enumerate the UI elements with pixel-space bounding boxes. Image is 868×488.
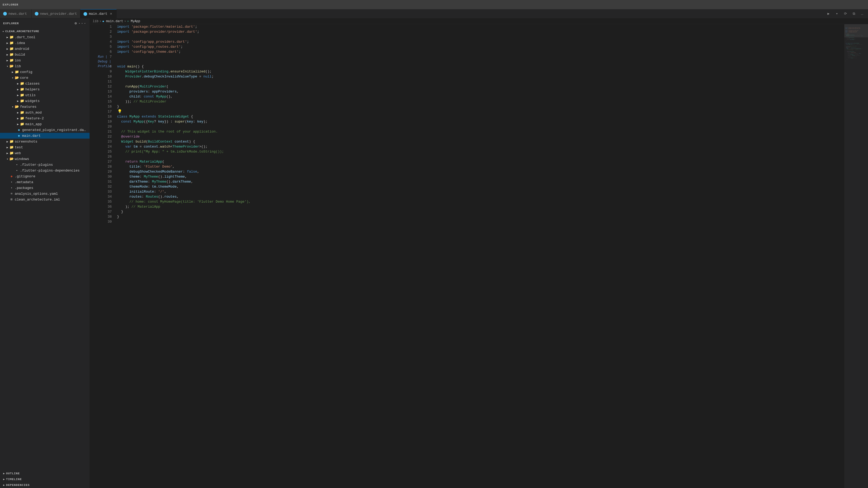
sidebar-item-clean-iml[interactable]: ▶ ⊞ clean_archetecture.iml [0, 197, 90, 202]
timeline-section[interactable]: ▶ TIMELINE [0, 477, 90, 482]
line-content-12: runApp(MultiProvider( [116, 84, 844, 89]
config-chevron: ▶ [10, 70, 15, 74]
line-number-38: 38 [90, 214, 116, 219]
lib-folder-icon: 📂 [9, 64, 14, 68]
sidebar-item-generated-plugin[interactable]: ▶ ◆ generated_plugin_registrant.dart [0, 127, 90, 133]
sidebar-item-helpers[interactable]: ▶ 📁 helpers [0, 86, 90, 92]
code-line-28: 28 title: 'Flutter Demo', [90, 164, 844, 169]
code-line-13: 13 providers: appProviders, [90, 89, 844, 94]
sidebar: EXPLORER ⊕ ··· ▾ CLEAN_ARCHETECTURE ▶ 📁 … [0, 19, 90, 488]
line-number-10: 10 [90, 74, 116, 79]
sidebar-item-utils[interactable]: ▶ 📁 utils [0, 92, 90, 98]
new-file-icon[interactable]: ⊕ [74, 21, 77, 26]
tab-close-main[interactable]: × [109, 12, 113, 16]
line-number-9: 9 [90, 69, 116, 74]
dart-tool-folder-icon: 📁 [9, 35, 14, 39]
line-content-26 [116, 154, 844, 159]
tab-main[interactable]: main.dart × [80, 9, 116, 18]
sidebar-item-features[interactable]: ▾ 📂 features [0, 104, 90, 110]
sidebar-item-screenshots[interactable]: ▶ 📁 screenshots [0, 139, 90, 144]
line-number-35: 35 [90, 199, 116, 204]
outline-section[interactable]: ▶ OUTLINE [0, 470, 90, 477]
line-content-6: import 'config/app_theme.dart'; [116, 49, 844, 54]
run-debug-button[interactable]: ▾ [833, 10, 841, 18]
root-label: CLEAN_ARCHETECTURE [5, 30, 39, 33]
code-line-20: 20 [90, 124, 844, 129]
more-icon[interactable]: ··· [78, 21, 86, 26]
editor-wrapper: lib › ◆ main.dart › ⚛ MyApp 1 import 'pa… [90, 19, 868, 488]
breadcrumb-lib[interactable]: lib [93, 20, 98, 23]
dependencies-section[interactable]: ▶ DEPENDENCIES [0, 482, 90, 488]
minimap-content: import 'package:flutter/material.dart'; … [844, 24, 868, 64]
sidebar-item-analysis-options[interactable]: ▶ ≡ analysis_options.yaml [0, 191, 90, 197]
sidebar-item-packages[interactable]: ▶ ▪ .packages [0, 185, 90, 191]
windows-folder-icon: 📂 [9, 157, 14, 161]
history-button[interactable]: ⟳ [842, 10, 849, 18]
windows-chevron: ▾ [5, 157, 9, 161]
sidebar-item-core[interactable]: ▾ 📂 core [0, 75, 90, 81]
sidebar-item-ios[interactable]: ▶ 📁 ios [0, 57, 90, 63]
metadata-icon: ▪ [9, 180, 14, 184]
sidebar-item-classes[interactable]: ▶ 📁 classes [0, 81, 90, 86]
line-number-16: 16 [90, 104, 116, 109]
code-line-8: 8 void main() { [90, 64, 844, 69]
run-button[interactable]: ▶ [825, 10, 832, 18]
breadcrumb-file[interactable]: ◆ main.dart [102, 20, 123, 23]
more-actions-button[interactable]: … [859, 10, 866, 18]
main-dart-icon: ◆ [17, 134, 21, 138]
line-number-13: 13 [90, 89, 116, 94]
line-number-4: 4 [90, 39, 116, 44]
run-debug-hint[interactable]: Run | Debug | Profile [98, 55, 116, 69]
sidebar-item-gitignore[interactable]: ▶ ◈ .gitignore [0, 173, 90, 179]
idea-chevron: ▶ [5, 41, 9, 45]
tab-news[interactable]: news.dart [0, 9, 32, 18]
code-line-15: 15 )); // MultiProvider [90, 99, 844, 104]
features-chevron: ▾ [10, 105, 15, 109]
sidebar-item-config[interactable]: ▶ 📁 config [0, 69, 90, 75]
tab-label-main: main.dart [89, 12, 107, 16]
line-content-27: return MaterialApp( [116, 159, 844, 164]
line-content-34: routes: Routes().routes, [116, 194, 844, 199]
code-line-9: 9 WidgetsFlutterBinding.ensureInitialize… [90, 69, 844, 74]
sidebar-item-android[interactable]: ▶ 📁 android [0, 46, 90, 52]
editor-content[interactable]: 1 import 'package:flutter/material.dart'… [90, 24, 844, 488]
outline-chevron: ▶ [3, 472, 5, 475]
sidebar-item-feature-2[interactable]: ▶ 📁 feature-2 [0, 115, 90, 121]
line-content-5: import 'config/app_routes.dart'; [116, 44, 844, 49]
flutter-plugins-label: .flutter-plugins [20, 163, 53, 167]
tree-root[interactable]: ▾ CLEAN_ARCHETECTURE [0, 28, 90, 34]
sidebar-item-main-app[interactable]: ▶ 📁 main_app [0, 121, 90, 127]
sidebar-item-lib[interactable]: ▾ 📂 lib [0, 63, 90, 69]
sidebar-item-test[interactable]: ▶ 📁 test [0, 144, 90, 150]
sidebar-item-windows[interactable]: ▾ 📂 windows [0, 156, 90, 162]
sidebar-item-widgets[interactable]: ▶ 📁 widgets [0, 98, 90, 104]
code-line-35: 35 // home: const MyHomePage(title: 'Flu… [90, 199, 844, 204]
tab-icon-main [84, 12, 87, 16]
generated-plugin-label: generated_plugin_registrant.dart [22, 128, 87, 132]
sidebar-item-build[interactable]: ▶ 📁 build [0, 52, 90, 57]
line-number-24: 24 [90, 144, 116, 149]
sidebar-item-metadata[interactable]: ▶ ▪ .metadata [0, 179, 90, 185]
tab-news-provider[interactable]: news_provider.dart [32, 9, 80, 18]
sidebar-item-auth-mod[interactable]: ▶ 📁 auth_mod [0, 110, 90, 115]
dart-tool-chevron: ▶ [5, 35, 9, 39]
sidebar-item-main-dart[interactable]: ▶ ◆ main.dart [0, 133, 90, 139]
lightbulb-icon: 💡 [117, 109, 122, 114]
line-content-31: darkTheme: MyTheme().darkTheme, [116, 179, 844, 184]
hint-spacer: - [90, 60, 98, 64]
sidebar-item-flutter-plugins-dep[interactable]: ▶ ▪ .flutter-plugins-dependencies [0, 168, 90, 173]
code-line-25: 25 // print("My App: " + tm.isDarkMode.t… [90, 149, 844, 154]
split-editor-button[interactable]: ⧉ [850, 10, 858, 18]
sidebar-item-web[interactable]: ▶ 📁 web [0, 150, 90, 156]
line-content-21: // This widget is the root of your appli… [116, 129, 844, 134]
config-label: config [20, 70, 32, 74]
line-number-3: 3 [90, 34, 116, 39]
packages-label: .packages [15, 186, 33, 190]
sidebar-item-idea[interactable]: ▶ 📁 .idea [0, 40, 90, 46]
code-line-5: 5 import 'config/app_routes.dart'; [90, 44, 844, 49]
sidebar-item-dart-tool[interactable]: ▶ 📁 .dart_tool [0, 34, 90, 40]
breadcrumb-symbol[interactable]: ⚛ MyApp [127, 20, 141, 23]
sidebar-item-flutter-plugins[interactable]: ▶ ▪ .flutter-plugins [0, 162, 90, 168]
gitignore-label: .gitignore [15, 174, 35, 178]
line-content-32: themeMode: tm.themeMode, [116, 184, 844, 189]
